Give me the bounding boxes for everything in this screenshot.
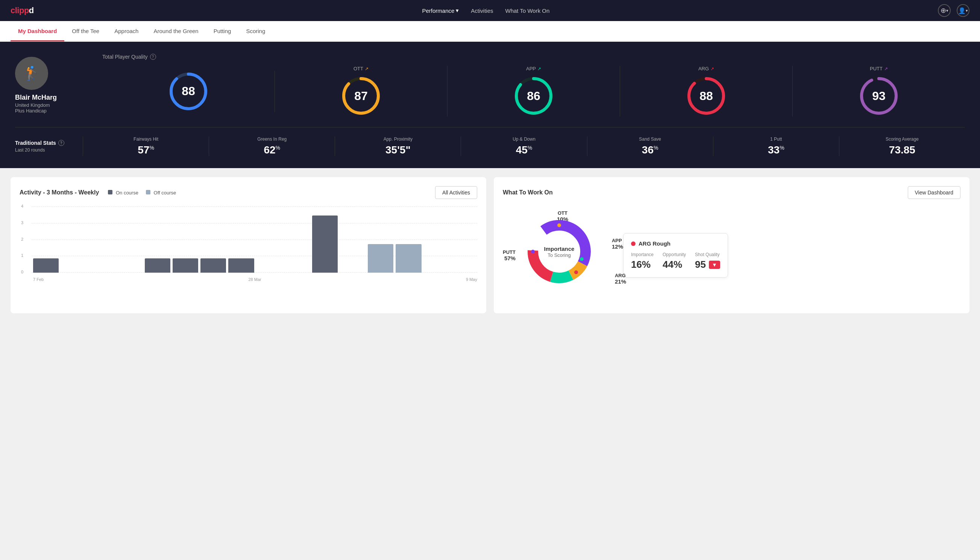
stat-1-putt: 1 Putt 33% <box>713 137 839 156</box>
all-activities-button[interactable]: All Activities <box>435 186 477 199</box>
bar-off-course <box>368 244 393 273</box>
bar-group <box>228 258 254 273</box>
arrow-icon: ↗ <box>710 66 714 72</box>
stat-up-down: Up & Down 45% <box>461 137 587 156</box>
plus-icon: ⊕ <box>940 7 946 15</box>
bar-group <box>368 244 393 273</box>
bar-group <box>200 258 226 273</box>
donut-svg-wrapper: Importance To Scoring <box>522 214 597 289</box>
arg-rough-card: ARG Rough Importance 16% Opportunity 44%… <box>623 233 728 278</box>
nav-performance[interactable]: Performance ▾ <box>422 7 459 14</box>
x-labels: 7 Feb 28 Mar 9 May <box>33 277 477 282</box>
svg-point-11 <box>722 94 725 97</box>
quality-putt-circle: PUTT ↗ 93 <box>793 66 965 117</box>
tab-putting[interactable]: Putting <box>206 21 239 42</box>
bar-on-course <box>33 258 59 273</box>
player-country: United Kingdom <box>15 102 90 108</box>
app-value: 86 <box>527 89 541 103</box>
bar-on-course <box>173 258 198 273</box>
putt-label: PUTT ↗ <box>870 66 888 72</box>
view-dashboard-button[interactable]: View Dashboard <box>908 186 960 199</box>
help-icon[interactable]: ? <box>58 140 64 146</box>
work-on-panel: What To Work On View Dashboard PUTT 57% … <box>494 177 970 313</box>
arrow-icon: ↗ <box>884 66 888 72</box>
arrow-icon: ↗ <box>365 66 369 72</box>
quality-section: Total Player Quality ? 88 <box>102 54 965 117</box>
bar-group <box>312 215 338 273</box>
arrow-icon: ↗ <box>537 66 541 72</box>
quality-label: Total Player Quality ? <box>102 54 965 60</box>
off-course-dot <box>146 190 150 195</box>
work-on-panel-header: What To Work On View Dashboard <box>503 186 960 199</box>
stat-sand-save: Sand Save 36% <box>587 137 713 156</box>
nav-links: Performance ▾ Activities What To Work On <box>422 7 549 14</box>
bottom-panels: Activity - 3 Months - Weekly On course O… <box>0 168 980 322</box>
bar-off-course <box>396 244 421 273</box>
avatar-image: 🏌️ <box>23 65 40 81</box>
quality-circles: 88 OTT ↗ 87 <box>102 66 965 117</box>
arg-value: 88 <box>699 89 713 103</box>
svg-point-20 <box>580 257 584 261</box>
quality-app-circle: APP ↗ 86 <box>448 66 620 117</box>
app-donut-label: APP 12% <box>612 238 623 250</box>
svg-point-2 <box>187 73 190 76</box>
nav-right: ⊕ ▾ 👤 ▾ <box>938 4 970 17</box>
svg-point-5 <box>359 77 363 80</box>
tab-scoring[interactable]: Scoring <box>238 21 273 42</box>
arg-shot-quality-metric: Shot Quality 95 ▼ <box>695 252 720 270</box>
add-button[interactable]: ⊕ ▾ <box>938 4 951 17</box>
nav-activities[interactable]: Activities <box>471 8 493 14</box>
arg-card-dot <box>631 242 636 246</box>
activity-panel-title: Activity - 3 Months - Weekly <box>20 189 99 196</box>
nav-what-to-work-on[interactable]: What To Work On <box>506 8 550 14</box>
stats-label: Traditional Stats ? <box>15 140 83 146</box>
arg-opportunity-metric: Opportunity 44% <box>662 252 686 270</box>
tab-around-the-green[interactable]: Around the Green <box>146 21 206 42</box>
donut-section: PUTT 57% OTT 10% APP 12% ARG <box>503 207 960 304</box>
putt-circle-wrapper: 93 <box>858 75 900 117</box>
svg-point-21 <box>574 270 578 274</box>
donut-center-text: Importance To Scoring <box>544 246 575 258</box>
tab-my-dashboard[interactable]: My Dashboard <box>10 21 64 42</box>
putt-value: 93 <box>872 89 885 103</box>
chart-legend: On course Off course <box>108 190 176 195</box>
user-menu-button[interactable]: 👤 ▾ <box>957 4 970 17</box>
bar-on-course <box>312 215 338 273</box>
putt-donut-label: PUTT 57% <box>503 249 516 262</box>
svg-point-19 <box>557 223 561 227</box>
help-icon[interactable]: ? <box>150 54 156 60</box>
app-circle-wrapper: 86 <box>513 75 554 117</box>
bar-on-course <box>228 258 254 273</box>
top-navigation: clippd Performance ▾ Activities What To … <box>0 0 980 21</box>
ott-value: 87 <box>354 89 368 103</box>
app-label: APP ↗ <box>526 66 541 72</box>
bar-group <box>33 258 59 273</box>
traditional-stats-row: Traditional Stats ? Last 20 rounds Fairw… <box>15 127 965 156</box>
stat-scoring-average: Scoring Average 73.85 <box>839 137 965 156</box>
chevron-down-icon: ▾ <box>946 8 948 13</box>
donut-with-labels: PUTT 57% OTT 10% APP 12% ARG <box>503 207 616 304</box>
arg-importance-metric: Importance 16% <box>631 252 654 270</box>
total-quality-value: 88 <box>181 84 195 98</box>
stat-greens-in-reg: Greens In Reg 62% <box>209 137 335 156</box>
quality-total-circle: 88 <box>102 71 275 112</box>
stat-app-proximity: App. Proximity 35'5" <box>335 137 461 156</box>
shot-quality-badge: ▼ <box>709 261 720 269</box>
tab-off-the-tee[interactable]: Off the Tee <box>64 21 107 42</box>
user-icon: 👤 <box>958 7 966 14</box>
bar-on-course <box>145 258 170 273</box>
avatar: 🏌️ <box>15 57 48 90</box>
bars-container <box>33 207 477 273</box>
logo[interactable]: clippd <box>10 6 34 15</box>
bar-on-course <box>200 258 226 273</box>
tab-approach[interactable]: Approach <box>107 21 146 42</box>
tab-navigation: My Dashboard Off the Tee Approach Around… <box>0 21 980 42</box>
arg-donut-label: ARG 21% <box>615 273 626 285</box>
on-course-dot <box>108 190 112 195</box>
quality-arg-circle: ARG ↗ 88 <box>620 66 793 117</box>
bar-group <box>396 244 421 273</box>
chevron-down-icon: ▾ <box>456 7 459 14</box>
ott-label: OTT ↗ <box>353 66 369 72</box>
bar-group <box>173 258 198 273</box>
player-name: Blair McHarg <box>15 93 90 102</box>
